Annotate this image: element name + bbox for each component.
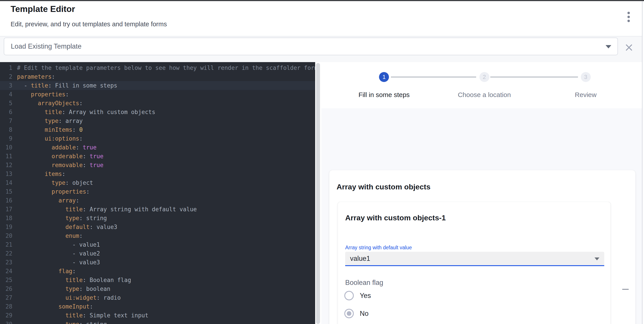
code-text: type: string xyxy=(12,320,107,324)
code-line[interactable]: 24 flag: xyxy=(0,267,315,276)
code-line[interactable]: 6 title: Array with custom objects xyxy=(0,108,315,117)
code-line[interactable]: 14 type: object xyxy=(0,178,315,187)
code-text: enum: xyxy=(12,231,82,240)
remove-item-button[interactable] xyxy=(620,284,631,295)
code-line[interactable]: 2parameters: xyxy=(0,72,315,81)
code-text: removable: true xyxy=(12,161,103,170)
code-line[interactable]: 17 title: Array string with default valu… xyxy=(0,205,315,214)
array-string-select[interactable]: value1 xyxy=(345,252,604,266)
template-preview-panel: 1Fill in some steps2Choose a location3Re… xyxy=(321,62,644,324)
line-number: 22 xyxy=(0,249,12,258)
code-line[interactable]: 4 properties: xyxy=(0,90,315,99)
code-line[interactable]: 27 ui:widget: radio xyxy=(0,293,315,302)
load-existing-template-select[interactable]: Load Existing Template xyxy=(4,38,618,55)
code-line[interactable]: 12 removable: true xyxy=(0,161,315,170)
radio-unchecked-icon xyxy=(344,291,354,300)
code-line[interactable]: 26 type: boolean xyxy=(0,284,315,293)
wizard-stepper: 1Fill in some steps2Choose a location3Re… xyxy=(321,62,644,108)
code-text: type: object xyxy=(12,178,93,187)
stepper-step: 1Fill in some steps xyxy=(358,72,410,99)
line-number: 6 xyxy=(0,108,12,117)
line-number: 8 xyxy=(0,125,12,134)
kebab-dot xyxy=(628,16,630,18)
select-field-label: Array string with default value xyxy=(345,245,412,251)
code-line[interactable]: 11 orderable: true xyxy=(0,152,315,161)
minus-icon xyxy=(622,289,629,290)
line-number: 5 xyxy=(0,99,12,108)
step-circle: 1 xyxy=(379,72,389,82)
right-gutter xyxy=(642,1,644,324)
code-text: title: Array string with default value xyxy=(12,205,197,214)
code-line[interactable]: 20 enum: xyxy=(0,231,315,240)
code-line[interactable]: 5 arrayObjects: xyxy=(0,99,315,108)
code-line[interactable]: 23 - value3 xyxy=(0,258,315,267)
steps: 1Fill in some steps2Choose a location3Re… xyxy=(321,62,644,108)
code-line[interactable]: 1# Edit the template parameters below to… xyxy=(0,64,315,72)
radio-option[interactable]: No xyxy=(344,309,371,318)
code-line[interactable]: 10 addable: true xyxy=(0,143,315,152)
line-number: 17 xyxy=(0,205,12,214)
code-line[interactable]: 15 properties: xyxy=(0,187,315,196)
code-text: orderable: true xyxy=(12,152,103,161)
step-circle: 3 xyxy=(581,72,591,82)
line-number: 11 xyxy=(0,152,12,161)
code-line[interactable]: 30 type: string xyxy=(0,320,315,324)
code-text: arrayObjects: xyxy=(12,99,82,108)
caret-down-icon xyxy=(606,45,611,48)
code-line[interactable]: 18 type: string xyxy=(0,214,315,223)
code-text: # Edit the template parameters below to … xyxy=(12,64,315,72)
line-number: 9 xyxy=(0,134,12,143)
line-number: 12 xyxy=(0,161,12,170)
line-number: 25 xyxy=(0,276,12,284)
line-number: 15 xyxy=(0,187,12,196)
code-line[interactable]: 25 title: Boolean flag xyxy=(0,276,315,284)
caret-down-icon xyxy=(594,257,600,260)
editor-scrollbar-thumb[interactable] xyxy=(316,63,320,324)
kebab-dot xyxy=(628,20,630,22)
code-text: - value2 xyxy=(12,249,100,258)
array-item-title: Array with custom objects-1 xyxy=(345,213,446,222)
code-text: flag: xyxy=(12,267,76,276)
step-label: Review xyxy=(575,91,596,99)
array-section-title: Array with custom objects xyxy=(336,183,430,191)
code-text: default: value3 xyxy=(12,223,117,231)
load-select-placeholder: Load Existing Template xyxy=(11,38,82,55)
line-number: 1 xyxy=(0,64,12,72)
code-line[interactable]: 3 - title: Fill in some steps xyxy=(0,81,315,90)
right-edge-line xyxy=(642,1,642,324)
code-line[interactable]: 19 default: value3 xyxy=(0,223,315,231)
step-circle: 2 xyxy=(479,72,489,82)
line-number: 21 xyxy=(0,240,12,249)
code-line[interactable]: 29 title: Simple text input xyxy=(0,311,315,320)
code-line[interactable]: 22 - value2 xyxy=(0,249,315,258)
code-lines: 1# Edit the template parameters below to… xyxy=(0,64,315,324)
code-line[interactable]: 9 ui:options: xyxy=(0,134,315,143)
code-text: someInput: xyxy=(12,302,93,311)
line-number: 2 xyxy=(0,72,12,81)
select-value: value1 xyxy=(350,252,370,265)
page-subtitle: Edit, preview, and try out templates and… xyxy=(10,21,167,28)
stepper-step: 2Choose a location xyxy=(458,72,511,99)
kebab-menu-icon[interactable] xyxy=(623,9,634,25)
clear-template-button[interactable] xyxy=(624,43,634,52)
page-title: Template Editor xyxy=(10,4,75,14)
radio-group: YesNo xyxy=(344,291,371,318)
code-line[interactable]: 7 type: array xyxy=(0,117,315,125)
code-line[interactable]: 8 minItems: 0 xyxy=(0,125,315,134)
line-number: 4 xyxy=(0,90,12,99)
code-line[interactable]: 21 - value1 xyxy=(0,240,315,249)
radio-group-label: Boolean flag xyxy=(345,279,383,287)
form-card: Array with custom objects Array with cus… xyxy=(329,170,636,324)
code-line[interactable]: 16 array: xyxy=(0,196,315,205)
code-text: items: xyxy=(12,170,65,178)
line-number: 30 xyxy=(0,320,12,324)
code-text: type: array xyxy=(12,117,82,125)
yaml-editor[interactable]: 1# Edit the template parameters below to… xyxy=(0,62,315,324)
radio-option[interactable]: Yes xyxy=(344,291,371,300)
form-preview-area: Array with custom objects Array with cus… xyxy=(321,108,644,324)
line-number: 3 xyxy=(0,81,12,90)
code-line[interactable]: 28 someInput: xyxy=(0,302,315,311)
code-line[interactable]: 13 items: xyxy=(0,170,315,178)
code-text: - value1 xyxy=(12,240,100,249)
code-text: type: string xyxy=(12,214,107,223)
